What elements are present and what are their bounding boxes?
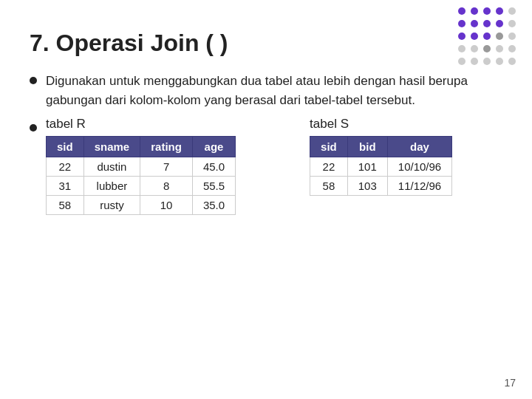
bullet-dot [30, 77, 37, 84]
tabel-s-block: tabel S sid bid day 2210110/10/965810311… [310, 117, 452, 196]
tabel-r-table: sid sname rating age 22dustin745.031lubb… [46, 136, 236, 215]
bullet-item-1: Digunakan untuk menggabungkan dua tabel … [30, 72, 502, 109]
table-row: 2210110/10/96 [310, 157, 452, 177]
table-row: 58rusty1035.0 [47, 196, 236, 215]
tabel-r-block: tabel R sid sname rating age 22dustin745… [46, 117, 236, 215]
tabel-s-label: tabel S [310, 117, 452, 132]
tabel-r-header-sname: sname [83, 137, 140, 157]
tabel-r-header-age: age [192, 137, 235, 157]
table-row: 5810311/12/96 [310, 177, 452, 196]
table-row: 31lubber855.5 [47, 177, 236, 196]
decorative-dots [458, 7, 525, 74]
slide-title: 7. Operasi Join ( ) [30, 30, 502, 57]
tabel-s-header-day: day [387, 137, 451, 157]
tabel-s-header-sid: sid [310, 137, 348, 157]
tabel-r-label: tabel R [46, 117, 236, 132]
tabel-r-header-rating: rating [140, 137, 193, 157]
tabel-r-header-sid: sid [47, 137, 84, 157]
tabel-s-table: sid bid day 2210110/10/965810311/12/96 [310, 136, 452, 196]
slide: 7. Operasi Join ( ) Digunakan untuk meng… [0, 0, 532, 399]
bullet-tables-row: tabel R sid sname rating age 22dustin745… [30, 117, 502, 215]
page-number: 17 [504, 377, 516, 389]
bullet-list: Digunakan untuk menggabungkan dua tabel … [30, 72, 502, 109]
bullet-dot-2 [30, 124, 37, 132]
bullet-text-1: Digunakan untuk menggabungkan dua tabel … [46, 72, 502, 109]
table-row: 22dustin745.0 [47, 157, 236, 177]
tabel-s-header-bid: bid [347, 137, 387, 157]
